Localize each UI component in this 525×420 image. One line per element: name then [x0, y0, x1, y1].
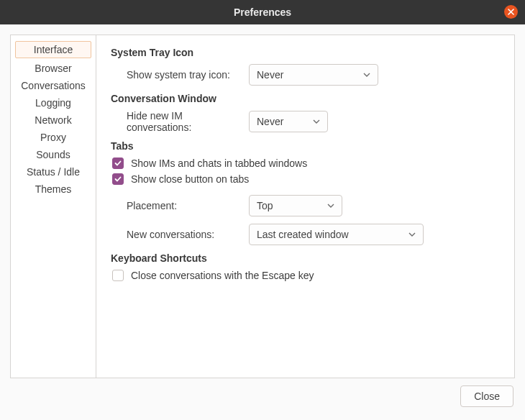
chevron-down-icon [408, 232, 416, 237]
sidebar-item-logging[interactable]: Logging [11, 94, 96, 111]
sidebar-item-label: Status / Idle [27, 166, 80, 178]
sidebar-item-proxy[interactable]: Proxy [11, 129, 96, 146]
keys-escape-label: Close conversations with the Escape key [131, 270, 314, 281]
sidebar-item-label: Network [35, 114, 71, 126]
tabs-close-button-label: Show close button on tabs [131, 173, 249, 185]
sidebar-item-status-idle[interactable]: Status / Idle [11, 163, 96, 181]
sidebar-item-interface[interactable]: Interface [15, 41, 91, 58]
sidebar-item-network[interactable]: Network [11, 111, 96, 129]
tabs-placement-select[interactable]: Top [249, 195, 342, 216]
tabs-newconv-label: New conversations: [127, 229, 249, 240]
section-title-convo: Conversation Window [111, 93, 500, 104]
tabs-close-button-checkbox[interactable] [112, 173, 124, 185]
convo-hide-label: Hide new IM conversations: [127, 110, 249, 133]
sidebar-item-conversations[interactable]: Conversations [11, 77, 96, 94]
sidebar-item-browser[interactable]: Browser [11, 60, 96, 77]
sidebar-item-sounds[interactable]: Sounds [11, 146, 96, 163]
chevron-down-icon [313, 119, 320, 124]
sidebar-item-label: Proxy [40, 132, 66, 143]
tray-show-select[interactable]: Never [249, 64, 378, 86]
sidebar-item-label: Themes [35, 183, 72, 195]
section-title-tray: System Tray Icon [111, 47, 500, 58]
sidebar-item-themes[interactable]: Themes [11, 181, 96, 198]
sidebar-item-label: Browser [35, 63, 71, 74]
sidebar-item-label: Conversations [21, 80, 86, 91]
titlebar: Preferences [0, 0, 525, 24]
keys-escape-checkbox[interactable] [112, 270, 124, 281]
sidebar-item-label: Interface [34, 44, 73, 55]
preferences-panel: Interface Browser Conversations Logging … [10, 35, 515, 378]
sidebar-item-label: Logging [35, 97, 71, 109]
close-icon [508, 9, 514, 15]
select-value: Last created window [257, 229, 349, 240]
tabs-show-tabbed-label: Show IMs and chats in tabbed windows [131, 158, 307, 169]
category-sidebar: Interface Browser Conversations Logging … [11, 35, 96, 378]
window-close-button[interactable] [504, 5, 518, 19]
tabs-placement-label: Placement: [127, 200, 249, 211]
close-button-label: Close [474, 391, 500, 402]
section-title-tabs: Tabs [111, 140, 500, 152]
tabs-newconv-select[interactable]: Last created window [249, 224, 424, 245]
chevron-down-icon [363, 73, 370, 77]
chevron-down-icon [327, 204, 334, 208]
settings-main: System Tray Icon Show system tray icon: … [96, 35, 514, 378]
select-value: Never [257, 69, 283, 81]
convo-hide-select[interactable]: Never [249, 111, 328, 132]
tabs-show-tabbed-checkbox[interactable] [112, 158, 124, 169]
section-title-keys: Keyboard Shortcuts [111, 252, 500, 264]
select-value: Never [257, 116, 283, 127]
sidebar-item-label: Sounds [36, 149, 70, 160]
tray-show-label: Show system tray icon: [127, 69, 249, 81]
window-title: Preferences [234, 6, 291, 18]
select-value: Top [257, 200, 273, 211]
close-button[interactable]: Close [460, 385, 513, 407]
